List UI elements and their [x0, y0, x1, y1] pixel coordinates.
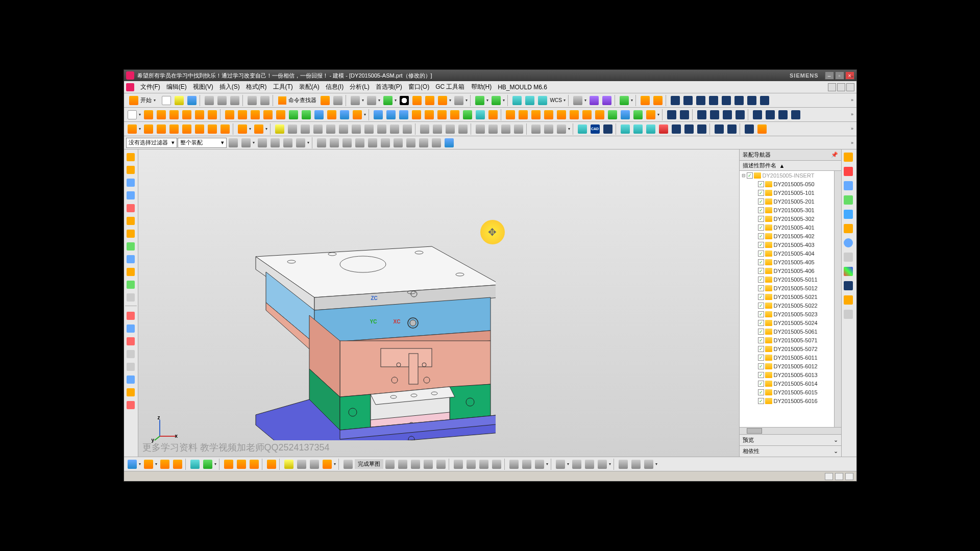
snap-a9-icon[interactable] [418, 137, 430, 149]
assembly-tree[interactable]: ⊟✓DY2015005-INSERT✓DY2015005-050✓DY20150… [740, 171, 834, 427]
bt-28-icon[interactable] [571, 458, 583, 470]
bt-15-icon[interactable] [384, 458, 396, 470]
ana-c2-icon[interactable] [726, 123, 738, 135]
menu-assembly[interactable]: 装配(A) [296, 82, 323, 92]
rp-9-icon[interactable] [843, 266, 854, 277]
lt-18-icon[interactable] [125, 374, 136, 385]
edit-obj-icon[interactable] [474, 94, 486, 107]
menu-gctoolbox[interactable]: GC 工具箱 [432, 82, 468, 92]
sel-t6-icon[interactable] [295, 137, 307, 149]
rp-12-icon[interactable] [843, 309, 854, 320]
bt-1-icon[interactable] [126, 458, 138, 470]
status-icon-2[interactable] [835, 473, 843, 480]
asm-a8-icon[interactable] [219, 123, 231, 135]
feat-d12-icon[interactable] [645, 109, 657, 121]
bt-20-icon[interactable] [452, 458, 464, 470]
t2-icon[interactable] [682, 94, 694, 107]
feat-e5-icon[interactable] [721, 109, 733, 121]
layer-icon[interactable] [453, 94, 465, 107]
lt-20-icon[interactable] [125, 399, 136, 411]
feat-b15-icon[interactable] [326, 109, 338, 121]
asm-a6-icon[interactable] [193, 123, 206, 135]
feat-b13-icon[interactable] [300, 109, 312, 121]
snap-a8-icon[interactable] [405, 137, 417, 149]
tree-item-row[interactable]: ✓DY2015005-6014 [740, 379, 834, 388]
tree-item-row[interactable]: ✓DY2015005-6013 [740, 370, 834, 379]
tree-item-row[interactable]: ✓DY2015005-5022 [740, 301, 834, 310]
feat-c1-icon[interactable] [372, 109, 384, 121]
bt-13-icon[interactable] [308, 458, 321, 470]
bt-33-icon[interactable] [643, 458, 655, 470]
tree-item-row[interactable]: ✓DY2015005-5011 [740, 275, 834, 284]
minimize-button[interactable]: – [825, 71, 834, 80]
feat-b11-icon[interactable] [275, 109, 287, 121]
feat-c3-icon[interactable] [398, 109, 410, 121]
feat-b6-icon[interactable] [206, 109, 218, 121]
snap-a4-icon[interactable] [354, 137, 366, 149]
rp-3-icon[interactable] [843, 180, 854, 191]
tree-item-row[interactable]: ✓DY2015005-6016 [740, 396, 834, 405]
ana-b1-icon[interactable] [619, 123, 631, 135]
snap-a6-icon[interactable] [379, 137, 391, 149]
curve-b3-icon[interactable] [444, 123, 456, 135]
ana-a2-icon[interactable] [602, 123, 614, 135]
render-icon[interactable] [398, 94, 410, 107]
sel-t3-icon[interactable] [256, 137, 268, 149]
tree-item-row[interactable]: ✓DY2015005-401 [740, 223, 834, 232]
wave-icon[interactable] [511, 94, 523, 107]
bt-31-icon[interactable] [617, 458, 629, 470]
circ-b3-icon[interactable] [555, 123, 568, 135]
dependency-section-label[interactable]: 相依性 [743, 447, 760, 455]
feat-c2-icon[interactable] [385, 109, 397, 121]
assembly-col-header[interactable]: 描述性部件名 [743, 162, 776, 169]
wave2-icon[interactable] [524, 94, 536, 107]
menu-help[interactable]: 帮助(H) [468, 82, 495, 92]
toolbar-overflow-icon[interactable]: » [849, 73, 855, 80]
asm-a4-icon[interactable] [168, 123, 180, 135]
tree-item-row[interactable]: ✓DY2015005-402 [740, 232, 834, 240]
rp-5-icon[interactable] [843, 209, 854, 220]
menu-edit[interactable]: 编辑(E) [163, 82, 190, 92]
paste-icon[interactable] [229, 94, 241, 107]
new-file-icon[interactable] [160, 94, 173, 107]
box3-icon[interactable] [436, 94, 449, 107]
bt-14-icon[interactable] [321, 458, 333, 470]
t4-icon[interactable] [707, 94, 720, 107]
tree-item-row[interactable]: ✓DY2015005-6012 [740, 362, 834, 370]
toolbar-overflow-icon[interactable]: » [849, 96, 855, 104]
bt-3-icon[interactable] [159, 458, 171, 470]
circ-a4-icon[interactable] [512, 123, 525, 135]
feat-e3-icon[interactable] [696, 109, 708, 121]
asm-a5-icon[interactable] [181, 123, 193, 135]
mdi-minimize-button[interactable] [828, 83, 836, 91]
snap-a10-icon[interactable] [430, 137, 443, 149]
feat-b9-icon[interactable] [249, 109, 261, 121]
sel-t1-icon[interactable] [227, 137, 239, 149]
bt-26-icon[interactable] [533, 458, 546, 470]
feat-d10-icon[interactable] [619, 109, 631, 121]
meas1-icon[interactable] [588, 94, 600, 107]
feat-b17-icon[interactable] [351, 109, 363, 121]
bt-17-icon[interactable] [409, 458, 422, 470]
tree-scrollbar-v[interactable] [834, 171, 841, 427]
chevron-down-icon[interactable]: ⌄ [834, 448, 838, 455]
feat-d6-icon[interactable] [568, 109, 580, 121]
lt-7-icon[interactable] [125, 228, 136, 239]
asm-a2-icon[interactable] [142, 123, 155, 135]
bt-32-icon[interactable] [630, 458, 642, 470]
feat-e1-icon[interactable] [666, 109, 678, 121]
feat-c9-icon[interactable] [474, 109, 486, 121]
feat-b8-icon[interactable] [236, 109, 249, 121]
curve-a6-icon[interactable] [337, 123, 350, 135]
menu-view[interactable]: 视图(V) [190, 82, 216, 92]
tree-item-row[interactable]: ✓DY2015005-403 [740, 240, 834, 249]
viewport-3d[interactable]: ZC YC XC z x y 更多学习资料 教学视频加老师QQ252413735… [138, 149, 739, 457]
tree-item-row[interactable]: ✓DY2015005-5024 [740, 318, 834, 327]
circ-a1-icon[interactable] [474, 123, 486, 135]
curve-a2-icon[interactable] [286, 123, 299, 135]
wave3-icon[interactable] [536, 94, 549, 107]
redo-icon[interactable] [259, 94, 271, 107]
ana-c3-icon[interactable] [743, 123, 755, 135]
bt-27-icon[interactable] [554, 458, 567, 470]
menu-tools[interactable]: 工具(T) [270, 82, 296, 92]
